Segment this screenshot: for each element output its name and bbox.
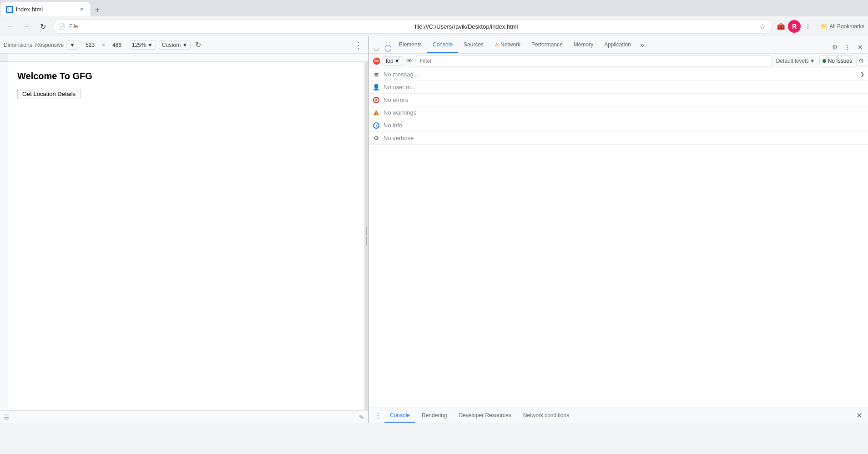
address-bar-row: ← → ↻ 📄 File file:///C:/Users/ravik/Desk… (0, 16, 868, 36)
ruler-horizontal (8, 54, 368, 61)
log-entry-user[interactable]: 👤 No user m... (369, 81, 868, 94)
bottom-tab-rendering[interactable]: Rendering (416, 409, 452, 423)
user-icon: 👤 (373, 84, 380, 91)
tab-console[interactable]: Console (427, 37, 458, 53)
page-content: Welcome To GFG Get Location Details (8, 62, 364, 410)
log-text-verbose: No verbose (384, 135, 414, 141)
top-dropdown[interactable]: top ▼ (383, 56, 403, 66)
get-location-button[interactable]: Get Location Details (17, 89, 81, 99)
tab-sources-label: Sources (464, 41, 484, 48)
width-input[interactable] (81, 42, 99, 48)
address-bar[interactable]: 📄 File file:///C:/Users/ravik/Desktop/in… (53, 19, 772, 34)
reload-button[interactable]: ↻ (36, 20, 49, 33)
url-label: File (69, 23, 410, 30)
dimensions-label: Dimensions: Responsive (4, 42, 64, 48)
ruler-vertical (0, 62, 8, 410)
zoom-dropdown[interactable]: 125% ▼ (129, 40, 156, 50)
forward-button[interactable]: → (20, 20, 33, 33)
new-tab-button[interactable]: + (91, 4, 104, 16)
bottom-tab-network-conditions[interactable]: Network conditions (518, 409, 575, 423)
verbose-icon: ⚙ (373, 135, 380, 142)
svg-text:📄: 📄 (8, 7, 12, 12)
bookmarks-folder-icon: 📁 (821, 23, 828, 30)
page-ruler-wrapper: Welcome To GFG Get Location Details (0, 62, 368, 410)
tab-close-icon[interactable]: ✕ (78, 6, 85, 13)
height-input[interactable] (108, 42, 126, 48)
address-bar-icons: ☆ (759, 22, 766, 31)
filter-input[interactable] (416, 55, 772, 66)
url-text: file:///C:/Users/ravik/Desktop/index.htm… (415, 23, 756, 30)
profile-icon[interactable]: R (788, 20, 801, 33)
bottom-network-conditions-label: Network conditions (523, 412, 569, 419)
tab-elements[interactable]: Elements (394, 37, 427, 53)
zoom-value: 125% (132, 42, 146, 48)
bottom-console-label: Console (390, 412, 410, 419)
top-label: top (386, 58, 394, 64)
tab-memory-label: Memory (574, 41, 593, 48)
url-security-icon: 📄 (59, 23, 66, 30)
tab-network[interactable]: ⚠ Network (489, 37, 526, 53)
console-toolbar: ⛔ top ▼ 👁 Default levels ▼ No Issues ⚙ (369, 54, 868, 68)
log-entry-messages[interactable]: ≣ No messag... ❯ (369, 68, 868, 81)
bottom-tab-console[interactable]: Console (384, 409, 415, 423)
error-icon: ✗ (373, 96, 380, 104)
log-entry-errors[interactable]: ✗ No errors (369, 94, 868, 106)
no-issues-label: No Issues (828, 58, 852, 64)
active-tab[interactable]: 📄 index.html ✕ (0, 2, 91, 16)
console-clear-button[interactable]: ⛔ (371, 55, 382, 66)
devtools-settings-button[interactable]: ⚙ (829, 41, 841, 53)
network-warn-icon: ⚠ (495, 42, 499, 48)
console-log-area: ≣ No messag... ❯ 👤 No user m... ✗ No err… (369, 68, 868, 408)
log-text-errors: No errors (384, 96, 408, 103)
devtools-inspect-button[interactable]: ◡ (371, 42, 382, 53)
custom-dropdown[interactable]: Custom ▼ (159, 40, 191, 50)
page-viewport: Dimensions: Responsive ▼ × 125% ▼ Custom… (0, 36, 368, 423)
log-entry-warnings[interactable]: ! No warnings (369, 106, 868, 119)
no-issues-dot (823, 59, 826, 63)
devtools-focus-button[interactable]: ⋮ (842, 41, 853, 53)
devtools-close-button[interactable]: ✕ (854, 41, 866, 53)
bookmark-icon[interactable]: ☆ (759, 22, 766, 31)
info-icon: i (373, 122, 380, 129)
log-text-messages: No messag... (384, 71, 419, 78)
console-eye-button[interactable]: 👁 (404, 55, 415, 66)
back-button[interactable]: ← (4, 20, 16, 33)
page-bottom-bar: ☰ ✎ (0, 410, 368, 423)
default-levels-dropdown[interactable]: Default levels ▼ (773, 56, 818, 66)
page-heading: Welcome To GFG (17, 71, 355, 81)
chevron-right-icon: ❯ (860, 71, 864, 77)
tab-favicon: 📄 (6, 6, 13, 13)
tab-sources[interactable]: Sources (458, 37, 489, 53)
bottom-more-button[interactable]: ⋮ (373, 410, 384, 421)
devtools-device-button[interactable]: ◯ (383, 42, 394, 53)
chevron-down-icon: ▼ (70, 42, 75, 48)
tab-memory[interactable]: Memory (568, 37, 599, 53)
log-text-info: No info (384, 122, 402, 129)
top-chevron-icon: ▼ (394, 58, 400, 64)
issues-settings-button[interactable]: ⚙ (856, 56, 866, 66)
tab-bar: 📄 index.html ✕ + (0, 0, 868, 16)
log-entry-verbose[interactable]: ⚙ No verbose (369, 132, 868, 145)
devtools-bottom-bar: ⋮ Console Rendering Developer Resources … (369, 408, 868, 423)
tab-more[interactable]: » (636, 37, 648, 53)
tab-network-label: Network (500, 41, 520, 48)
chrome-menu-icon[interactable]: ⋮ (802, 21, 813, 32)
no-issues-button[interactable]: No Issues (819, 55, 855, 66)
all-bookmarks-label: All Bookmarks (829, 23, 864, 30)
extensions-icon[interactable]: 🧰 (775, 21, 786, 32)
dimensions-dropdown[interactable]: ▼ (66, 40, 78, 50)
devtools-tabs-row: ◡ ◯ Elements Console Sources ⚠ Network P… (369, 36, 868, 54)
list-icon: ≣ (373, 71, 380, 78)
tab-application[interactable]: Application (599, 37, 636, 53)
resize-handle-icon (366, 227, 367, 246)
resize-handle[interactable] (364, 62, 368, 410)
more-options-button[interactable]: ⋮ (353, 38, 364, 52)
tab-application-label: Application (604, 41, 631, 48)
bottom-close-button[interactable]: ✕ (853, 410, 864, 421)
log-entry-info[interactable]: i No info (369, 119, 868, 132)
tab-performance[interactable]: Performance (526, 37, 568, 53)
bottom-developer-resources-label: Developer Resources (459, 412, 511, 419)
bookmarks-section: 📁 All Bookmarks (821, 23, 864, 30)
rotate-button[interactable]: ↻ (193, 39, 203, 51)
bottom-tab-developer-resources[interactable]: Developer Resources (453, 409, 516, 423)
